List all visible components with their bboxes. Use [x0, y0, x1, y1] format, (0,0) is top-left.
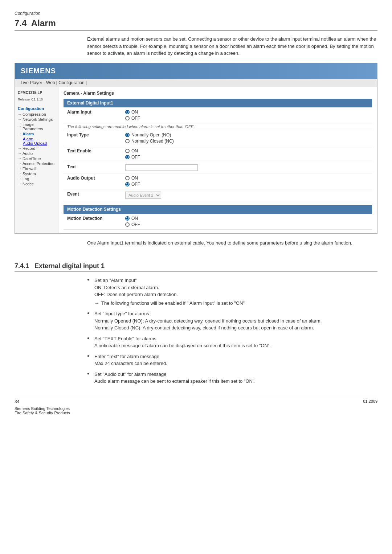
bullet-line: A noticeable message of alarm can be dis…: [94, 342, 377, 349]
sidebar-label: Record: [23, 146, 35, 151]
main-content: Camera - Alarm Settings External Digital…: [58, 87, 377, 233]
text-enable-label: Text Enable: [64, 146, 122, 162]
arrow-icon: →: [18, 161, 21, 165]
sidebar-label: Date/Time: [23, 156, 41, 161]
alarm-input-on[interactable]: ON: [125, 110, 368, 115]
list-item: Set an "Alarm Input" ON: Detects an exte…: [87, 277, 377, 307]
radio-te-off-icon[interactable]: [125, 155, 130, 159]
camera-ui-box: SIEMENS Live Player - Web | Configuratio…: [15, 63, 377, 234]
arrow-icon: →: [18, 146, 21, 150]
sidebar-item-image[interactable]: → Image Parameters: [18, 122, 55, 131]
brand-label: SIEMENS: [21, 67, 56, 75]
motion-detection-label: Motion Detection: [64, 214, 122, 230]
list-item: Enter "Text" for alarm message Max 24 ch…: [87, 353, 377, 367]
alarm-input-label: Alarm Input: [64, 107, 122, 123]
bullet-line: Max 24 characters can be entered.: [94, 360, 377, 367]
radio-no-icon[interactable]: [125, 133, 130, 137]
motion-panel-header: Motion Detection Settings: [64, 205, 372, 214]
bullet-line: ON: Detects an external alarm.: [94, 284, 377, 291]
event-row: Event Audio Event 2: [64, 189, 372, 201]
text-enable-off[interactable]: OFF: [125, 155, 368, 160]
radio-off-icon[interactable]: [125, 116, 130, 120]
alarm-note: The following settings are enabled when …: [64, 123, 372, 130]
input-type-no[interactable]: Normally Open (NO): [125, 132, 368, 138]
page-title: 7.4 Alarm: [15, 18, 377, 28]
arrow-icon: →: [18, 132, 21, 136]
alarm-input-row: Alarm Input ON OFF: [64, 107, 372, 123]
text-field-label: Text: [64, 162, 122, 173]
page-footer: 34 Siemens Building Technologies Fire Sa…: [15, 396, 377, 415]
text-input[interactable]: [125, 164, 198, 171]
sidebar-item-audio[interactable]: → Audio: [18, 151, 55, 156]
input-type-nc[interactable]: Normally Closed (NC): [125, 139, 368, 144]
sidebar-label: Firewall: [23, 167, 36, 171]
sidebar-item-log[interactable]: → Log: [18, 177, 55, 181]
radio-nc-icon[interactable]: [125, 139, 130, 143]
text-enable-on[interactable]: ON: [125, 148, 368, 153]
radio-ao-off-icon[interactable]: [125, 182, 130, 186]
motion-off[interactable]: OFF: [125, 222, 368, 227]
bullet-line: Audio alarm message can be sent to exter…: [94, 378, 377, 385]
input-type-label: Input Type: [64, 130, 122, 146]
text-enable-options: ON OFF: [122, 146, 372, 162]
arrow-icon: →: [18, 112, 21, 116]
sidebar-item-system[interactable]: → System: [18, 172, 55, 176]
bullet-main: Enter "Text" for alarm message: [94, 353, 377, 360]
footer-right: 01.2009: [363, 399, 377, 415]
sidebar-item-alarm[interactable]: → Alarm: [18, 132, 55, 136]
content-area: Set an "Alarm Input" ON: Detects an exte…: [87, 277, 377, 385]
sidebar-item-firewall[interactable]: → Firewall: [18, 167, 55, 171]
radio-ao-on-icon[interactable]: [125, 176, 130, 180]
sidebar-label: Audio: [23, 151, 33, 156]
event-label: Event: [64, 189, 122, 201]
subsection-title: 7.4.1 External digital input 1: [15, 262, 377, 270]
sidebar-section-title: Configuration: [18, 106, 55, 111]
bullet-main: Set "Audio out" for alarm message: [94, 371, 377, 378]
footer-date: 01.2009: [363, 399, 377, 403]
audio-output-off[interactable]: OFF: [125, 182, 368, 187]
camera-section-label: Camera - Alarm Settings: [64, 91, 372, 96]
camera-header: SIEMENS: [15, 63, 377, 79]
motion-on[interactable]: ON: [125, 216, 368, 221]
alarm-input-off[interactable]: OFF: [125, 116, 368, 121]
radio-on-icon[interactable]: [125, 110, 130, 114]
sidebar-item-network[interactable]: → Network Settings: [18, 117, 55, 122]
sidebar-label: Notice: [23, 182, 34, 186]
sidebar-item-alarm-sub[interactable]: Alarm: [23, 137, 55, 141]
sidebar-item-compression[interactable]: → Compression: [18, 112, 55, 116]
arrow-icon: →: [18, 151, 21, 155]
sidebar-item-record[interactable]: → Record: [18, 146, 55, 151]
page-number: 34: [15, 399, 70, 404]
radio-te-on-icon[interactable]: [125, 149, 130, 153]
arrow-icon: →: [18, 117, 21, 121]
audio-output-options: ON OFF: [122, 173, 372, 189]
cam-release: Release X.1.1.10: [18, 98, 55, 101]
sidebar-label: Image Parameters: [23, 122, 55, 131]
list-item: Set "TEXT Enable" for alarms A noticeabl…: [87, 335, 377, 349]
motion-table: Motion Detection ON OFF: [64, 214, 372, 230]
sidebar-label: Compression: [23, 112, 46, 116]
arrow-icon: →: [18, 124, 21, 128]
sidebar-item-audio-upload[interactable]: Audio Upload: [23, 141, 55, 145]
bullet-line: Normally Closed (NC): A dry-contact dete…: [94, 324, 377, 332]
sidebar: CFMC1315-LP Release X.1.1.10 Configurati…: [15, 87, 58, 233]
sidebar-item-notice[interactable]: → Notice: [18, 182, 55, 186]
sidebar-item-access-protection[interactable]: → Access Protection: [18, 161, 55, 166]
sidebar-item-datetime[interactable]: → Date/Time: [18, 156, 55, 161]
bullet-arrow-item: The following functions will be enabled …: [94, 300, 377, 307]
nav-bar[interactable]: Live Player - Web | Configuration |: [15, 79, 377, 87]
audio-output-on[interactable]: ON: [125, 176, 368, 181]
event-select-cell: Audio Event 2: [122, 189, 372, 201]
event-select[interactable]: Audio Event 2: [125, 192, 161, 199]
intro-paragraph: External alarms and motion sensors can b…: [87, 36, 377, 57]
text-row: Text: [64, 162, 372, 173]
alarm-note-row: The following settings are enabled when …: [64, 123, 372, 130]
sidebar-label: System: [23, 172, 36, 176]
arrow-icon: →: [18, 182, 21, 186]
ext-input-panel-header: External Digital Input1: [64, 99, 372, 107]
radio-md-on-icon[interactable]: [125, 216, 130, 221]
input-type-options: Normally Open (NO) Normally Closed (NC): [122, 130, 372, 146]
audio-output-row: Audio Output ON OFF: [64, 173, 372, 189]
radio-md-off-icon[interactable]: [125, 222, 130, 227]
bullet-main: Set an "Alarm Input": [94, 277, 377, 284]
